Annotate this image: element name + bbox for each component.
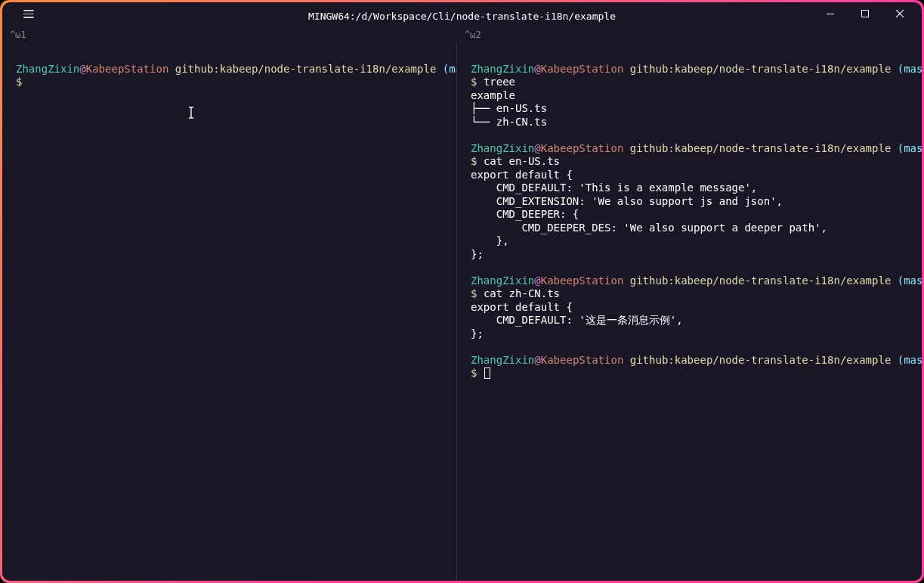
svg-rect-0	[827, 14, 834, 14]
svg-rect-1	[862, 11, 869, 17]
prompt-user: ZhangZixin	[471, 142, 534, 154]
file-line: export default {	[471, 301, 573, 313]
titlebar: MINGW64:/d/Workspace/Cli/node-translate-…	[2, 2, 922, 29]
prompt-dollar: $	[471, 155, 477, 167]
prompt-branch: (master)	[898, 354, 922, 366]
prompt-dollar: $	[471, 367, 477, 379]
pane-label-right: ^⍵2	[457, 29, 922, 43]
maximize-button[interactable]	[848, 2, 882, 25]
window-title: MINGW64:/d/Workspace/Cli/node-translate-…	[2, 11, 922, 22]
terminal-pane-left[interactable]: ZhangZixin@KabeepStation github:kabeep/n…	[2, 43, 457, 581]
prompt-host: KabeepStation	[541, 63, 624, 75]
file-line: CMD_DEEPER: {	[471, 208, 579, 220]
file-line: },	[471, 234, 509, 247]
file-line: };	[471, 327, 484, 340]
prompt-at: @	[534, 142, 540, 154]
file-line: CMD_DEEPER_DES: 'We also support a deepe…	[471, 222, 827, 234]
cursor-block-icon	[484, 367, 490, 379]
prompt-host: KabeepStation	[541, 142, 624, 154]
prompt-host: KabeepStation	[541, 354, 624, 366]
prompt-user: ZhangZixin	[471, 63, 534, 75]
prompt-host: KabeepStation	[541, 274, 624, 287]
file-line: CMD_EXTENSION: 'We also support js and j…	[471, 195, 783, 207]
file-line: };	[471, 248, 484, 260]
prompt-branch: (master)	[898, 63, 922, 75]
prompt-path: github:kabeep/node-translate-i18n/exampl…	[630, 354, 892, 366]
cmd-cat-en: cat en-US.ts	[484, 155, 560, 167]
terminal-pane-right[interactable]: ZhangZixin@KabeepStation github:kabeep/n…	[457, 43, 922, 581]
prompt-user: ZhangZixin	[471, 354, 534, 366]
prompt-user: ZhangZixin	[471, 274, 534, 287]
prompt-path: github:kabeep/node-translate-i18n/exampl…	[630, 274, 892, 287]
text-cursor-icon	[187, 79, 251, 146]
terminal-content: ZhangZixin@KabeepStation github:kabeep/n…	[2, 43, 922, 581]
window-inner: MINGW64:/d/Workspace/Cli/node-translate-…	[2, 2, 922, 581]
prompt-user: ZhangZixin	[16, 63, 79, 75]
file-line: CMD_DEFAULT: '这是一条消息示例',	[471, 314, 683, 326]
prompt-host: KabeepStation	[86, 63, 169, 75]
tree-root: example	[471, 89, 515, 101]
prompt-at: @	[534, 274, 540, 287]
prompt-at: @	[534, 354, 540, 366]
prompt-path: github:kabeep/node-translate-i18n/exampl…	[175, 63, 437, 75]
pane-label-left: ^⍵1	[2, 29, 457, 43]
prompt-at: @	[79, 63, 85, 75]
file-line: export default {	[471, 169, 573, 181]
prompt-dollar: $	[471, 287, 477, 299]
prompt-path: github:kabeep/node-translate-i18n/exampl…	[630, 142, 892, 154]
prompt-branch: (master)	[443, 63, 457, 75]
hamburger-menu-icon[interactable]	[23, 10, 34, 18]
tree-line: └── zh-CN.ts	[471, 116, 547, 128]
prompt-path: github:kabeep/node-translate-i18n/exampl…	[630, 63, 892, 75]
file-line: CMD_DEFAULT: 'This is a example message'…	[471, 181, 757, 194]
prompt-dollar: $	[16, 76, 22, 88]
prompt-branch: (master)	[898, 274, 922, 287]
minimize-button[interactable]	[813, 2, 848, 25]
close-button[interactable]	[882, 2, 917, 25]
cmd-treee: treee	[484, 76, 515, 88]
terminal-window: MINGW64:/d/Workspace/Cli/node-translate-…	[0, 0, 924, 583]
prompt-branch: (master)	[898, 142, 922, 154]
prompt-dollar: $	[471, 76, 477, 88]
cmd-cat-zh: cat zh-CN.ts	[484, 287, 560, 299]
window-controls	[813, 2, 917, 25]
tree-line: ├── en-US.ts	[471, 102, 547, 114]
prompt-at: @	[534, 63, 540, 75]
pane-labels: ^⍵1 ^⍵2	[2, 29, 922, 43]
